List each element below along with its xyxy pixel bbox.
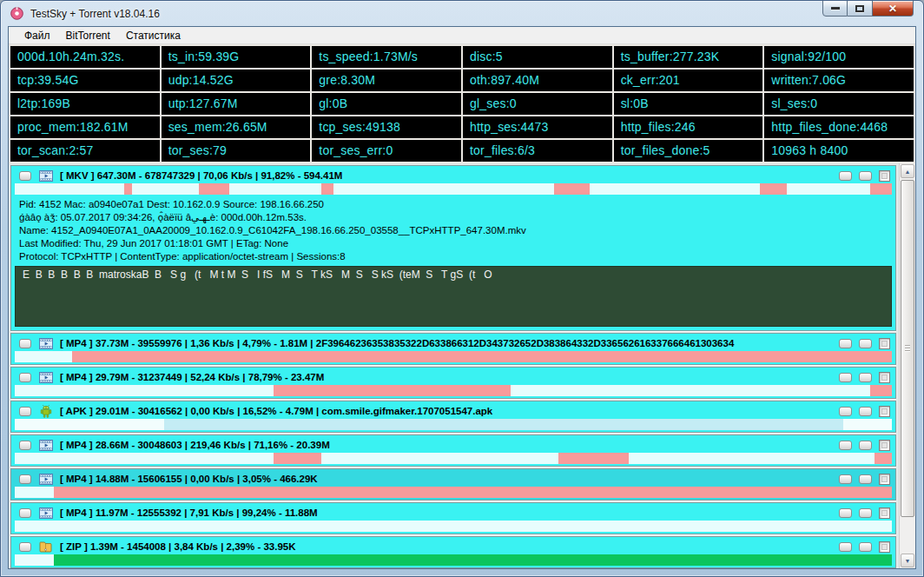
- bar-segment: [558, 453, 629, 464]
- torrent-header: [ MP4 ] 37.73M - 39559976 | 1,36 Kb/s | …: [11, 334, 895, 350]
- video-file-icon: [38, 473, 53, 486]
- torrent-select-checkbox[interactable]: [879, 406, 890, 417]
- torrent-header: [ ZIP ] 1.39M - 1454008 | 3,84 Kb/s | 2,…: [11, 537, 895, 554]
- torrent-action-button-1[interactable]: [839, 407, 852, 416]
- detail-protocol-line: Protocol: TCPxHTTP | ContentType: applic…: [19, 250, 888, 263]
- bar-segment: [274, 453, 322, 464]
- vertical-scrollbar[interactable]: ▲ ▼: [899, 163, 915, 568]
- torrent-select-checkbox[interactable]: [879, 372, 890, 383]
- window-controls: ✕: [822, 0, 914, 17]
- close-icon: ✕: [888, 3, 897, 15]
- torrent-action-button-1[interactable]: [839, 171, 852, 181]
- stat-ts-in: ts_in:59.39G: [162, 46, 311, 68]
- stat-tcp-ses: tcp_ses:49138: [312, 116, 461, 138]
- torrent-action-button-2[interactable]: [859, 407, 872, 416]
- bar-segment: [132, 183, 199, 195]
- torrent-select-checkbox[interactable]: [879, 338, 890, 349]
- torrent-header: [ MKV ] 647.30M - 678747329 | 70,06 Kb/s…: [11, 166, 895, 182]
- minimize-button[interactable]: [822, 0, 848, 17]
- stat-sl-ses: sl_ses:0: [764, 93, 914, 115]
- maximize-button[interactable]: [848, 0, 873, 17]
- bar-segment: [15, 351, 72, 362]
- video-file-icon: [38, 439, 53, 452]
- scroll-down-arrow-icon[interactable]: ▼: [901, 554, 914, 567]
- detail-name-line: Name: 4152_A0940E07A1_0AA20009_10.162.0.…: [19, 224, 888, 237]
- torrent-label: [ MKV ] 647.30M - 678747329 | 70,06 Kb/s…: [60, 170, 832, 181]
- torrent-action-button-2[interactable]: [859, 474, 872, 484]
- torrent-action-button-1[interactable]: [839, 373, 852, 382]
- torrent-action-button-2[interactable]: [859, 339, 872, 348]
- bar-segment: [321, 453, 558, 464]
- stat-proc-mem: proc_mem:182.61M: [10, 116, 160, 138]
- torrent-action-button-1[interactable]: [839, 474, 852, 484]
- bar-segment: [629, 453, 874, 464]
- torrent-label: [ MP4 ] 14.88M - 15606155 | 0,00 Kb/s | …: [60, 474, 832, 484]
- video-file-icon: [38, 507, 53, 520]
- stat-sl: sl:0B: [614, 93, 763, 115]
- bar-segment: [199, 183, 229, 195]
- bar-segment: [787, 183, 870, 195]
- torrent-action-button-1[interactable]: [839, 339, 852, 348]
- stat-counters: 10963 h 8400: [764, 140, 914, 162]
- stat-tor-ses-err: tor_ses_err:0: [312, 140, 461, 162]
- menu-item-file[interactable]: Файл: [16, 28, 58, 43]
- torrent-label: [ MP4 ] 11.97M - 12555392 | 7,91 Kb/s | …: [60, 507, 832, 518]
- stat-tcp: tcp:39.54G: [10, 70, 160, 91]
- torrent-checkbox[interactable]: [19, 407, 31, 416]
- stat-ts-speed: ts_speed:1.73M/s: [312, 46, 461, 68]
- detail-pid-line: Pid: 4152 Mac: a0940e07a1 Dest: 10.162.0…: [19, 198, 888, 211]
- title-bar[interactable]: TestSky + Torrent v18.04.16 ✕: [1, 1, 923, 26]
- torrent-action-button-1[interactable]: [839, 542, 852, 552]
- torrent-label: [ MP4 ] 37.73M - 39559976 | 1,36 Kb/s | …: [60, 338, 832, 348]
- torrent-action-button-2[interactable]: [859, 508, 872, 518]
- scroll-up-arrow-icon[interactable]: ▲: [901, 164, 914, 178]
- torrent-checkbox[interactable]: [19, 508, 31, 518]
- torrent-action-button-2[interactable]: [859, 171, 872, 181]
- menu-item-bittorrent[interactable]: BitTorrent: [58, 28, 118, 43]
- progress-bar: [15, 351, 892, 362]
- torrent-details: Pid: 4152 Mac: a0940e07a1 Dest: 10.162.0…: [11, 196, 895, 263]
- bar-segment: [870, 385, 892, 396]
- stat-utp: utp:127.67M: [162, 93, 311, 115]
- menu-item-statistics[interactable]: Статистика: [118, 28, 188, 43]
- torrent-item: [ MP4 ] 14.88M - 15606155 | 0,00 Kb/s | …: [10, 468, 896, 501]
- hex-preview-box: E B B B B B matroskaB B S g (t M t M S I…: [15, 266, 892, 327]
- torrent-checkbox[interactable]: [19, 373, 31, 382]
- torrent-label: [ MP4 ] 29.79M - 31237449 | 52,24 Kb/s |…: [60, 372, 832, 382]
- bar-segment: [274, 385, 511, 396]
- stats-grid: 000d.10h.24m.32s. ts_in:59.39G ts_speed:…: [9, 44, 915, 163]
- torrent-select-checkbox[interactable]: [879, 474, 890, 485]
- stat-ck-err: ck_err:201: [614, 70, 763, 91]
- scrollbar-thumb[interactable]: [901, 180, 914, 517]
- torrent-action-button-2[interactable]: [859, 373, 872, 382]
- torrent-checkbox[interactable]: [19, 542, 31, 552]
- torrent-select-checkbox[interactable]: [879, 541, 890, 553]
- torrent-checkbox[interactable]: [19, 171, 31, 181]
- torrent-checkbox[interactable]: [19, 474, 31, 484]
- bar-segment: [15, 453, 274, 464]
- torrent-select-checkbox[interactable]: [879, 170, 890, 182]
- torrent-label: [ MP4 ] 28.66M - 30048603 | 219,46 Kb/s …: [60, 440, 832, 450]
- torrent-select-checkbox[interactable]: [879, 440, 890, 451]
- torrent-checkbox[interactable]: [19, 339, 31, 348]
- stat-written: written:7.06G: [764, 70, 914, 91]
- close-button[interactable]: ✕: [873, 0, 914, 17]
- torrent-item: [ MP4 ] 28.66M - 30048603 | 219,46 Kb/s …: [10, 434, 896, 467]
- torrent-label: [ ZIP ] 1.39M - 1454008 | 3,84 Kb/s | 2,…: [60, 541, 832, 552]
- stat-gre: gre:8.30M: [312, 70, 461, 91]
- torrent-action-button-2[interactable]: [859, 441, 872, 450]
- progress-bar: [15, 183, 892, 195]
- stat-ses-mem: ses_mem:26.65M: [162, 116, 311, 138]
- torrent-select-checkbox[interactable]: [879, 507, 890, 519]
- torrent-item: [ APK ] 29.01M - 30416562 | 0,00 Kb/s | …: [10, 401, 896, 433]
- torrent-checkbox[interactable]: [19, 441, 31, 450]
- torrent-action-button-2[interactable]: [859, 542, 872, 552]
- torrent-action-button-1[interactable]: [839, 508, 852, 518]
- stat-http-files: http_files:246: [614, 116, 763, 138]
- torrent-header: [ APK ] 29.01M - 30416562 | 0,00 Kb/s | …: [11, 401, 895, 418]
- stat-uptime: 000d.10h.24m.32s.: [10, 46, 160, 68]
- torrent-action-button-1[interactable]: [839, 441, 852, 450]
- progress-bar: [15, 521, 892, 532]
- bar-segment: [511, 385, 870, 396]
- bar-segment: [590, 183, 761, 195]
